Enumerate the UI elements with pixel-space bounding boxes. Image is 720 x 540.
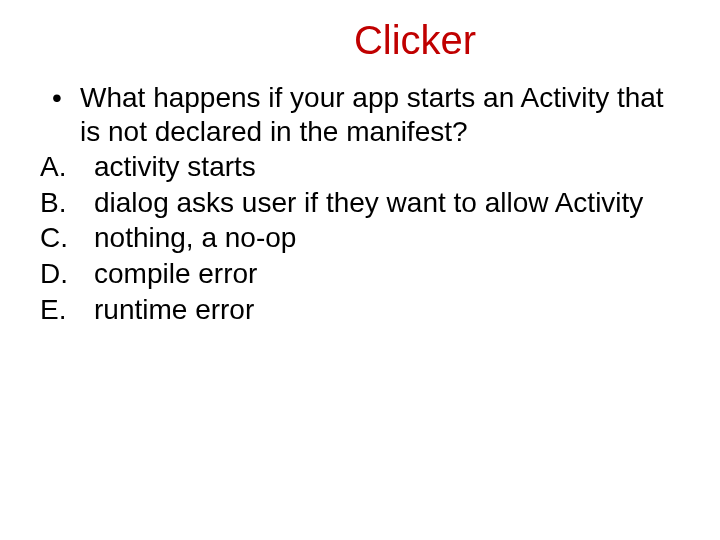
option-text: nothing, a no-op xyxy=(94,221,680,255)
option-row: B. dialog asks user if they want to allo… xyxy=(40,186,680,220)
option-letter: B. xyxy=(40,186,94,220)
option-letter: D. xyxy=(40,257,94,291)
bullet-icon: • xyxy=(40,81,80,115)
option-text: runtime error xyxy=(94,293,680,327)
question-bullet: • What happens if your app starts an Act… xyxy=(40,81,680,148)
option-row: E. runtime error xyxy=(40,293,680,327)
slide-body: • What happens if your app starts an Act… xyxy=(40,81,680,326)
option-row: A. activity starts xyxy=(40,150,680,184)
option-row: D. compile error xyxy=(40,257,680,291)
slide: Clicker • What happens if your app start… xyxy=(0,0,720,540)
option-row: C. nothing, a no-op xyxy=(40,221,680,255)
option-letter: E. xyxy=(40,293,94,327)
option-letter: A. xyxy=(40,150,94,184)
option-text: activity starts xyxy=(94,150,680,184)
question-text: What happens if your app starts an Activ… xyxy=(80,81,680,148)
option-letter: C. xyxy=(40,221,94,255)
option-text: dialog asks user if they want to allow A… xyxy=(94,186,680,220)
slide-title: Clicker xyxy=(40,18,680,63)
option-text: compile error xyxy=(94,257,680,291)
